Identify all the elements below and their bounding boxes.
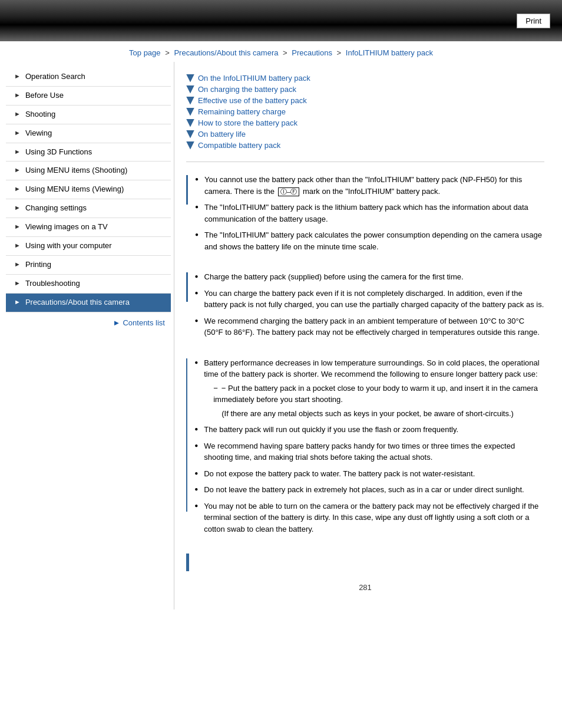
- toc-arrow-icon: [186, 85, 194, 94]
- list-item: You may not be able to turn on the camer…: [194, 500, 544, 535]
- arrow-icon: ►: [14, 242, 21, 249]
- arrow-icon: ►: [14, 91, 21, 98]
- section-indicator: [186, 272, 188, 302]
- sidebar-item-before-use[interactable]: ► Before Use: [6, 87, 171, 106]
- list-item: You cannot use the battery pack other th…: [195, 174, 544, 197]
- toc-arrow-icon: [186, 130, 194, 139]
- bullet-list-effective: Battery performance decreases in low tem…: [194, 357, 544, 535]
- page-number: 281: [186, 577, 544, 598]
- section-effective: Battery performance decreases in low tem…: [186, 357, 544, 540]
- sidebar-label: Using 3D Functions: [25, 147, 92, 157]
- sidebar-label: Using with your computer: [25, 241, 112, 251]
- toc-arrow-icon: [186, 97, 194, 105]
- sidebar: ► Operation Search ► Before Use ► Shooti…: [6, 62, 171, 610]
- sidebar-item-computer[interactable]: ► Using with your computer: [6, 237, 171, 256]
- arrow-icon: ►: [14, 73, 21, 80]
- sub-bullet: − Put the battery pack in a pocket close…: [204, 383, 544, 406]
- sidebar-label: Shooting: [25, 110, 55, 120]
- list-item: Do not leave the battery pack in extreme…: [194, 484, 544, 496]
- toc-arrow-icon: [186, 141, 194, 150]
- list-item: The "InfoLITHIUM" battery pack is the li…: [195, 202, 544, 225]
- list-item: We recommend having spare battery packs …: [194, 440, 544, 463]
- section-content: You cannot use the battery pack other th…: [195, 174, 544, 257]
- sidebar-label: Viewing images on a TV: [25, 222, 108, 232]
- section-indicator: [186, 358, 187, 512]
- section-indicator: [186, 175, 188, 205]
- sidebar-item-precautions[interactable]: ► Precautions/About this camera: [6, 294, 171, 312]
- list-item: Battery performance decreases in low tem…: [194, 357, 544, 420]
- sidebar-item-troubleshooting[interactable]: ► Troubleshooting: [6, 275, 171, 294]
- arrow-icon: ►: [14, 261, 21, 268]
- main-layout: ► Operation Search ► Before Use ► Shooti…: [0, 62, 562, 610]
- list-item: We recommend charging the battery pack i…: [195, 315, 544, 338]
- toc-arrow-icon: [186, 119, 194, 127]
- sidebar-label: Viewing: [25, 129, 52, 139]
- arrow-icon: ►: [14, 166, 21, 173]
- contents-list-link[interactable]: ►Contents list: [6, 312, 171, 327]
- arrow-icon: ►: [14, 298, 21, 305]
- sidebar-item-printing[interactable]: ► Printing: [6, 256, 171, 275]
- list-item: The battery pack will run out quickly if…: [194, 424, 544, 436]
- breadcrumb-precautions-about[interactable]: Precautions/About this camera: [174, 48, 278, 57]
- toc-item-3[interactable]: Remaining battery charge: [186, 107, 544, 116]
- breadcrumb-infolithium[interactable]: InfoLITHIUM battery pack: [346, 48, 433, 57]
- breadcrumb-top[interactable]: Top page: [129, 48, 161, 57]
- sidebar-label: Troubleshooting: [25, 279, 80, 289]
- bullet-list-infolithium: You cannot use the battery pack other th…: [195, 174, 544, 252]
- sidebar-label: Operation Search: [25, 72, 85, 82]
- content-area: On the InfoLITHIUM battery pack On charg…: [174, 62, 556, 610]
- sidebar-item-settings[interactable]: ► Changing settings: [6, 199, 171, 218]
- arrow-icon: ►: [14, 185, 21, 192]
- arrow-icon: ►: [14, 148, 21, 155]
- sidebar-item-shooting[interactable]: ► Shooting: [6, 106, 171, 124]
- sidebar-label: Before Use: [25, 91, 64, 101]
- toc-arrow-icon: [186, 74, 194, 83]
- toc-item-4[interactable]: How to store the battery pack: [186, 118, 544, 127]
- breadcrumb: Top page > Precautions/About this camera…: [0, 41, 562, 62]
- contents-arrow-icon: ►: [113, 318, 121, 327]
- section-content: Charge the battery pack (supplied) befor…: [195, 271, 544, 343]
- sub-note: (If there are any metal objects such as …: [204, 408, 544, 420]
- list-item: Charge the battery pack (supplied) befor…: [195, 271, 544, 283]
- list-item: The "InfoLITHIUM" battery pack calculate…: [195, 229, 544, 252]
- sidebar-label: Changing settings: [25, 203, 87, 213]
- toc-item-5[interactable]: On battery life: [186, 130, 544, 139]
- list-item: Do not expose the battery pack to water.…: [194, 468, 544, 480]
- sidebar-label: Printing: [25, 260, 51, 270]
- sidebar-label: Precautions/About this camera: [25, 298, 130, 308]
- toc-arrow-icon: [186, 108, 194, 116]
- arrow-icon: ►: [14, 129, 21, 136]
- section-charging: Charge the battery pack (supplied) befor…: [186, 271, 544, 343]
- arrow-icon: ►: [14, 279, 21, 286]
- sidebar-item-operation-search[interactable]: ► Operation Search: [6, 68, 171, 87]
- sidebar-label: Using MENU items (Viewing): [25, 185, 124, 195]
- section-content: Battery performance decreases in low tem…: [194, 357, 544, 540]
- breadcrumb-precautions[interactable]: Precautions: [292, 48, 332, 57]
- toc-item-6[interactable]: Compatible battery pack: [186, 141, 544, 150]
- arrow-icon: ►: [14, 110, 21, 117]
- sidebar-item-viewing[interactable]: ► Viewing: [6, 124, 171, 143]
- arrow-icon: ►: [14, 223, 21, 230]
- print-button[interactable]: Print: [517, 14, 550, 28]
- toc-item-0[interactable]: On the InfoLITHIUM battery pack: [186, 74, 544, 83]
- sidebar-item-menu-viewing[interactable]: ► Using MENU items (Viewing): [6, 180, 171, 199]
- toc-item-1[interactable]: On charging the battery pack: [186, 85, 544, 94]
- toc-list: On the InfoLITHIUM battery pack On charg…: [186, 68, 544, 162]
- sidebar-item-menu-shooting[interactable]: ► Using MENU items (Shooting): [6, 162, 171, 180]
- arrow-icon: ►: [14, 204, 21, 211]
- section-remaining-start: [186, 554, 544, 571]
- header-bar: Print: [0, 0, 562, 41]
- sidebar-item-3d[interactable]: ► Using 3D Functions: [6, 143, 171, 162]
- toc-item-2[interactable]: Effective use of the battery pack: [186, 96, 544, 105]
- section-indicator: [186, 554, 189, 571]
- list-item: You can charge the battery pack even if …: [195, 288, 544, 311]
- section-infolithium: You cannot use the battery pack other th…: [186, 174, 544, 257]
- sidebar-label: Using MENU items (Shooting): [25, 166, 127, 176]
- info-mark: Ⓘ—Ⓕ: [278, 187, 300, 196]
- bullet-list-charging: Charge the battery pack (supplied) befor…: [195, 271, 544, 338]
- sidebar-item-tv[interactable]: ► Viewing images on a TV: [6, 218, 171, 237]
